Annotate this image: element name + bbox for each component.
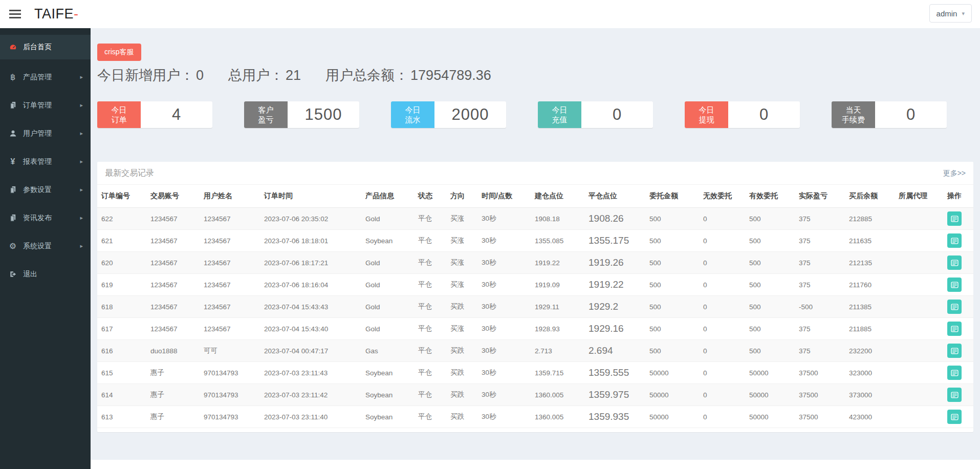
- cell-product: Gold: [361, 208, 414, 230]
- hamburger-menu-icon[interactable]: [7, 5, 23, 24]
- trades-table: 订单编号交易账号用户姓名订单时间产品信息状态方向时间/点数建仓点位平仓点位委托金…: [97, 185, 973, 428]
- view-order-button[interactable]: [947, 344, 962, 358]
- view-order-button[interactable]: [947, 278, 962, 292]
- sidebar-item-label: 报表管理: [23, 157, 52, 166]
- cell-account: 惠子: [146, 384, 200, 406]
- stat-cards: 今日订单4客户盈亏1500今日流水2000今日充值0今日提现0当天手续费0: [97, 101, 973, 128]
- column-header: 所属代理: [895, 185, 943, 208]
- column-header: 订单时间: [260, 185, 361, 208]
- cell-action: [943, 274, 973, 296]
- column-header: 买后余额: [845, 185, 895, 208]
- table-row: 614惠子9701347932023-07-03 23:11:42Soybean…: [97, 384, 973, 406]
- panel-title: 最新交易记录: [105, 168, 154, 179]
- cell-amount: 500: [645, 318, 699, 340]
- total-balance-value: 17954789.36: [410, 68, 491, 83]
- cell-agent: [895, 208, 943, 230]
- more-link[interactable]: 更多>>: [943, 169, 966, 178]
- cell-period: 30秒: [477, 274, 531, 296]
- cell-product: Gold: [361, 252, 414, 274]
- cell-profit: 375: [795, 274, 845, 296]
- view-order-button[interactable]: [947, 410, 962, 424]
- cell-direction: 买涨: [446, 208, 477, 230]
- cell-status: 平仓: [414, 296, 446, 318]
- view-order-button[interactable]: [947, 300, 962, 314]
- crisp-support-button[interactable]: crisp客服: [97, 44, 141, 61]
- cell-direction: 买跌: [446, 384, 477, 406]
- cell-account: 1234567: [146, 318, 200, 340]
- view-order-button[interactable]: [947, 211, 962, 226]
- view-order-button[interactable]: [947, 233, 962, 248]
- view-order-button[interactable]: [947, 322, 962, 336]
- sidebar-item-home[interactable]: 后台首页: [0, 35, 91, 59]
- cell-valid: 500: [745, 274, 795, 296]
- panel-header: 最新交易记录 更多>>: [97, 162, 973, 185]
- cell-amount: 50000: [645, 362, 699, 384]
- stat-card-2: 今日流水2000: [391, 101, 506, 128]
- sidebar-item-users[interactable]: 用户管理▸: [0, 119, 91, 147]
- logo-text: TAIFE: [34, 6, 74, 22]
- chevron-right-icon: ▸: [80, 102, 83, 109]
- cell-product: Gas: [361, 340, 414, 362]
- column-header: 无效委托: [699, 185, 745, 208]
- sidebar-item-params[interactable]: 参数设置▸: [0, 176, 91, 204]
- stat-card-0: 今日订单4: [97, 101, 212, 128]
- cell-agent: [895, 274, 943, 296]
- stat-card-3: 今日充值0: [538, 101, 653, 128]
- column-header: 状态: [414, 185, 446, 208]
- column-header: 方向: [446, 185, 477, 208]
- cell-amount: 50000: [645, 406, 699, 428]
- stat-card-5: 当天手续费0: [832, 101, 947, 128]
- cell-name: 970134793: [200, 384, 260, 406]
- cell-id: 618: [97, 296, 146, 318]
- cell-close: 2.694: [584, 340, 645, 362]
- cell-period: 30秒: [477, 252, 531, 274]
- chevron-right-icon: ▸: [80, 243, 83, 249]
- cell-id: 614: [97, 384, 146, 406]
- column-header: 委托金额: [645, 185, 699, 208]
- sidebar-item-reports[interactable]: ¥报表管理▸: [0, 147, 91, 176]
- chevron-right-icon: ▸: [80, 215, 83, 221]
- cell-balance: 211385: [845, 296, 895, 318]
- cell-close: 1359.555: [584, 362, 645, 384]
- sidebar-item-news[interactable]: 资讯发布▸: [0, 204, 91, 232]
- sidebar-item-orders[interactable]: 订单管理▸: [0, 91, 91, 119]
- cell-time: 2023-07-06 20:35:02: [260, 208, 361, 230]
- view-order-button[interactable]: [947, 366, 962, 380]
- user-icon: [8, 129, 18, 138]
- cell-valid: 50000: [745, 406, 795, 428]
- sidebar-item-products[interactable]: ฿产品管理▸: [0, 63, 91, 91]
- stat-card-value: 0: [581, 101, 653, 128]
- cell-time: 2023-07-03 23:11:42: [260, 384, 361, 406]
- cell-invalid: 0: [699, 274, 745, 296]
- user-menu-dropdown[interactable]: admin ▾: [929, 4, 972, 23]
- table-row: 620123456712345672023-07-06 18:17:21Gold…: [97, 252, 973, 274]
- cell-product: Gold: [361, 296, 414, 318]
- cell-valid: 500: [745, 296, 795, 318]
- view-order-button[interactable]: [947, 388, 962, 402]
- cell-product: Soybean: [361, 384, 414, 406]
- cell-open: 1908.18: [531, 208, 584, 230]
- column-header: 实际盈亏: [795, 185, 845, 208]
- column-header: 用户姓名: [200, 185, 260, 208]
- sidebar-item-logout[interactable]: 退出: [0, 260, 91, 288]
- files-icon: [8, 214, 18, 222]
- cell-direction: 买跌: [446, 296, 477, 318]
- order-detail-icon: [951, 369, 959, 377]
- cell-status: 平仓: [414, 340, 446, 362]
- view-order-button[interactable]: [947, 255, 962, 270]
- cell-status: 平仓: [414, 230, 446, 252]
- cell-action: [943, 340, 973, 362]
- cell-direction: 买跌: [446, 406, 477, 428]
- cell-agent: [895, 406, 943, 428]
- sidebar-item-system[interactable]: ⚙系统设置▸: [0, 232, 91, 260]
- chevron-right-icon: ▸: [80, 74, 83, 80]
- cell-time: 2023-07-03 23:11:43: [260, 362, 361, 384]
- order-detail-icon: [951, 303, 959, 311]
- stat-card-value: 1500: [288, 101, 359, 128]
- cell-direction: 买涨: [446, 318, 477, 340]
- column-header: 交易账号: [146, 185, 200, 208]
- total-balance-stat: 用户总余额： 17954789.36: [325, 66, 491, 84]
- cell-id: 620: [97, 252, 146, 274]
- cell-agent: [895, 230, 943, 252]
- sidebar-item-label: 系统设置: [23, 242, 52, 251]
